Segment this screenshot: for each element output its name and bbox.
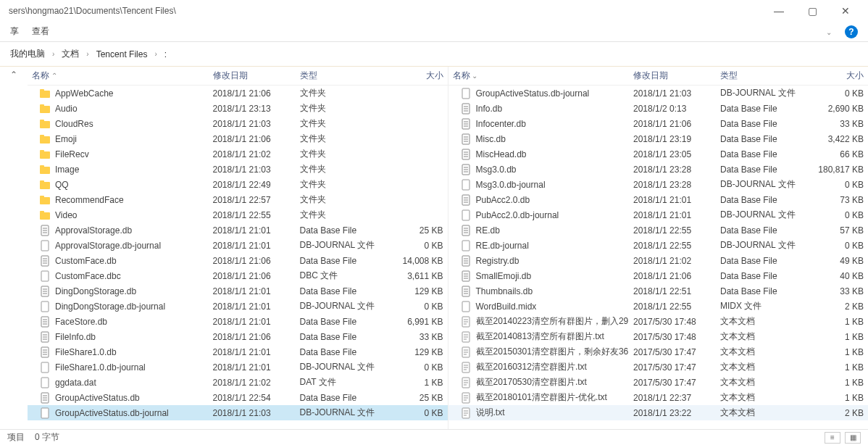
menu-view[interactable]: 查看 bbox=[32, 25, 49, 38]
file-size: 180,817 KB bbox=[803, 165, 868, 175]
file-row[interactable]: CloudRes2018/1/1 21:03文件夹 bbox=[28, 116, 448, 131]
file-date: 2018/1/1 21:06 bbox=[209, 271, 296, 281]
file-row[interactable]: Msg3.0.db-journal2018/1/1 23:28DB-JOURNA… bbox=[448, 177, 869, 192]
breadcrumb-item[interactable]: : bbox=[164, 49, 167, 59]
file-size: 57 KB bbox=[803, 225, 868, 236]
col-name[interactable]: 名称⌄ bbox=[448, 70, 630, 82]
file-row[interactable]: 截至20180101清空群图片-优化.txt2018/1/1 22:37文本文档… bbox=[448, 390, 869, 405]
view-details-button[interactable]: ≡ bbox=[825, 432, 840, 444]
help-icon[interactable]: ? bbox=[845, 25, 858, 38]
close-button[interactable]: ✕ bbox=[829, 0, 862, 22]
file-row[interactable]: GroupActiveStatus.db2018/1/1 22:54Data B… bbox=[28, 390, 448, 405]
breadcrumb-item[interactable]: 我的电脑 bbox=[10, 48, 45, 60]
status-bytes: 0 字节 bbox=[35, 431, 59, 444]
file-row[interactable]: 说明.txt2018/1/1 23:22文本文档2 KB bbox=[448, 405, 869, 420]
file-row[interactable]: CustomFace.db2018/1/1 21:06Data Base Fil… bbox=[28, 253, 448, 268]
file-row[interactable]: Thumbnails.db2018/1/1 22:51Data Base Fil… bbox=[448, 283, 869, 299]
file-size: 129 KB bbox=[383, 347, 448, 357]
file-name: FileInfo.db bbox=[55, 332, 96, 342]
file-row[interactable]: FaceStore.db2018/1/1 21:01Data Base File… bbox=[28, 314, 448, 329]
file-type: 文本文档 bbox=[716, 407, 803, 419]
database-icon bbox=[39, 255, 51, 267]
col-size[interactable]: 大小 bbox=[383, 70, 448, 82]
file-name: CloudRes bbox=[55, 119, 93, 129]
file-row[interactable]: QQ2018/1/1 22:49文件夹 bbox=[28, 177, 448, 192]
nav-gutter[interactable]: ⌃ bbox=[0, 67, 28, 429]
file-date: 2018/1/1 21:03 bbox=[209, 119, 296, 129]
file-row[interactable]: Audio2018/1/1 23:13文件夹 bbox=[28, 101, 448, 116]
col-size[interactable]: 大小 bbox=[803, 70, 868, 82]
file-row[interactable]: FileShare1.0.db-journal2018/1/1 21:01DB-… bbox=[28, 359, 448, 375]
file-row[interactable]: 截至20150301清空群图片，剩余好友36...2017/5/30 17:47… bbox=[448, 344, 869, 359]
file-row[interactable]: Info.db2018/1/2 0:13Data Base File2,690 … bbox=[448, 101, 869, 116]
file-row[interactable]: PubAcc2.0.db-journal2018/1/1 21:01DB-JOU… bbox=[448, 207, 869, 222]
right-pane: 名称⌄ 修改日期 类型 大小 GroupActiveStatus.db-jour… bbox=[448, 67, 869, 429]
breadcrumb[interactable]: 我的电脑›文档›Tencent Files›: bbox=[10, 48, 167, 60]
file-row[interactable]: ApprovalStorage.db-journal2018/1/1 21:01… bbox=[28, 238, 448, 253]
file-type: Data Base File bbox=[296, 256, 383, 266]
file-date: 2018/1/1 21:03 bbox=[209, 408, 296, 418]
breadcrumb-item[interactable]: Tencent Files bbox=[96, 49, 148, 59]
file-row[interactable]: Registry.db2018/1/1 21:02Data Base File4… bbox=[448, 253, 869, 268]
breadcrumb-item[interactable]: 文档 bbox=[62, 48, 79, 60]
file-row[interactable]: WordBuild.midx2018/1/1 22:55MIDX 文件2 KB bbox=[448, 299, 869, 314]
file-row[interactable]: Video2018/1/1 22:55文件夹 bbox=[28, 207, 448, 222]
file-row[interactable]: FileShare1.0.db2018/1/1 21:01Data Base F… bbox=[28, 344, 448, 359]
file-row[interactable]: Image2018/1/1 21:03文件夹 bbox=[28, 162, 448, 177]
file-row[interactable]: DingDongStorage.db2018/1/1 21:01Data Bas… bbox=[28, 283, 448, 299]
file-row[interactable]: Infocenter.db2018/1/1 21:06Data Base Fil… bbox=[448, 116, 869, 131]
file-row[interactable]: AppWebCache2018/1/1 21:06文件夹 bbox=[28, 86, 448, 101]
file-type: 文本文档 bbox=[716, 376, 803, 388]
file-type: Data Base File bbox=[296, 286, 383, 296]
file-row[interactable]: 截至20160312清空群图片.txt2017/5/30 17:47文本文档1 … bbox=[448, 359, 869, 375]
file-row[interactable]: DingDongStorage.db-journal2018/1/1 21:01… bbox=[28, 299, 448, 314]
file-date: 2018/1/1 21:01 bbox=[209, 362, 296, 373]
file-row[interactable]: GroupActiveStatus.db-journal2018/1/1 21:… bbox=[28, 405, 448, 420]
file-date: 2018/1/1 21:01 bbox=[209, 225, 296, 236]
col-name[interactable]: 名称 bbox=[28, 70, 209, 82]
col-date[interactable]: 修改日期 bbox=[629, 70, 716, 82]
database-icon bbox=[460, 118, 472, 130]
file-type: DB-JOURNAL 文件 bbox=[716, 178, 803, 191]
menu-dropdown[interactable] bbox=[826, 27, 832, 37]
file-row[interactable]: RE.db2018/1/1 22:55Data Base File57 KB bbox=[448, 222, 869, 238]
file-row[interactable]: 截至20170530清空群图片.txt2017/5/30 17:47文本文档1 … bbox=[448, 375, 869, 390]
file-date: 2018/1/1 23:28 bbox=[629, 180, 716, 190]
file-row[interactable]: GroupActiveStatus.db-journal2018/1/1 21:… bbox=[448, 86, 869, 101]
file-row[interactable]: CustomFace.dbc2018/1/1 21:06DBC 文件3,611 … bbox=[28, 268, 448, 283]
file-row[interactable]: ggdata.dat2018/1/1 21:02DAT 文件1 KB bbox=[28, 375, 448, 390]
file-row[interactable]: 截至20140813清空所有群图片.txt2017/5/30 17:48文本文档… bbox=[448, 329, 869, 344]
file-row[interactable]: MiscHead.db2018/1/1 23:05Data Base File6… bbox=[448, 146, 869, 162]
file-date: 2017/5/30 17:47 bbox=[629, 378, 716, 388]
col-type[interactable]: 类型 bbox=[716, 70, 803, 82]
database-icon bbox=[460, 194, 472, 206]
col-type[interactable]: 类型 bbox=[296, 70, 383, 82]
database-icon bbox=[39, 316, 51, 328]
database-icon bbox=[460, 103, 472, 115]
file-type: DB-JOURNAL 文件 bbox=[296, 407, 383, 419]
svg-rect-2 bbox=[40, 106, 50, 113]
file-size: 0 KB bbox=[383, 408, 448, 418]
file-row[interactable]: SmallEmoji.db2018/1/1 21:06Data Base Fil… bbox=[448, 268, 869, 283]
file-row[interactable]: RecommendFace2018/1/1 22:57文件夹 bbox=[28, 192, 448, 207]
file-row[interactable]: 截至20140223清空所有群图片，删入29...2017/5/30 17:48… bbox=[448, 314, 869, 329]
file-type: Data Base File bbox=[716, 271, 803, 281]
file-row[interactable]: RE.db-journal2018/1/1 22:55DB-JOURNAL 文件… bbox=[448, 238, 869, 253]
file-row[interactable]: Misc.db2018/1/1 23:19Data Base File3,422… bbox=[448, 131, 869, 146]
file-row[interactable]: FileRecv2018/1/1 21:02文件夹 bbox=[28, 146, 448, 162]
menu-share[interactable]: 享 bbox=[10, 25, 19, 38]
file-row[interactable]: FileInfo.db2018/1/1 21:06Data Base File3… bbox=[28, 329, 448, 344]
view-icons-button[interactable]: ▦ bbox=[845, 432, 861, 444]
file-row[interactable]: Msg3.0.db2018/1/1 23:28Data Base File180… bbox=[448, 162, 869, 177]
file-date: 2018/1/1 22:49 bbox=[209, 180, 296, 190]
file-date: 2018/1/1 23:05 bbox=[629, 149, 716, 159]
col-date[interactable]: 修改日期 bbox=[209, 70, 296, 82]
file-date: 2017/5/30 17:48 bbox=[629, 332, 716, 342]
file-row[interactable]: ApprovalStorage.db2018/1/1 21:01Data Bas… bbox=[28, 222, 448, 238]
file-size: 1 KB bbox=[803, 393, 868, 403]
file-size: 1 KB bbox=[803, 332, 868, 342]
maximize-button[interactable]: ▢ bbox=[796, 0, 829, 22]
file-row[interactable]: Emoji2018/1/1 21:06文件夹 bbox=[28, 131, 448, 146]
file-row[interactable]: PubAcc2.0.db2018/1/1 21:01Data Base File… bbox=[448, 192, 869, 207]
minimize-button[interactable]: — bbox=[762, 0, 796, 22]
